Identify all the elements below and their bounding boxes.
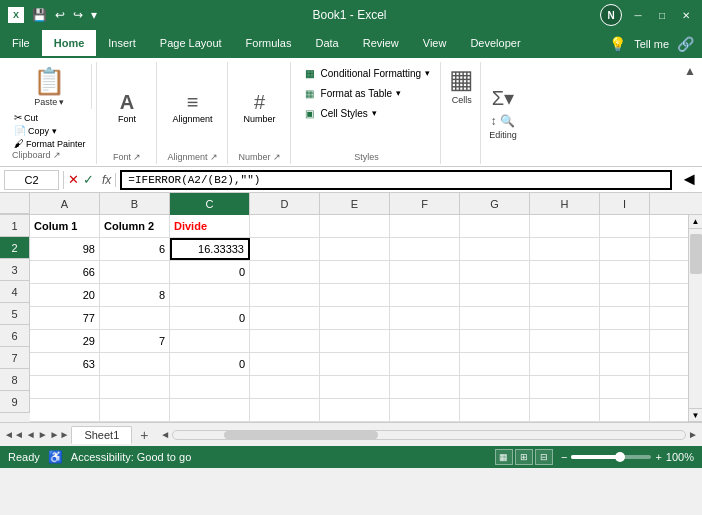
- sheet-scroll-right[interactable]: ►: [38, 429, 48, 440]
- sheet-scroll-right2[interactable]: ►►: [50, 429, 70, 440]
- cell-a7[interactable]: 63: [30, 353, 100, 375]
- cell-b3[interactable]: [100, 261, 170, 283]
- cell-i6[interactable]: [600, 330, 650, 352]
- more-quick-btn[interactable]: ▾: [89, 6, 99, 24]
- scroll-up-arrow[interactable]: ▲: [689, 215, 702, 229]
- cell-d4[interactable]: [250, 284, 320, 306]
- tab-insert[interactable]: Insert: [96, 30, 148, 58]
- col-header-f[interactable]: F: [390, 193, 460, 215]
- col-header-h[interactable]: H: [530, 193, 600, 215]
- sheet-scroll-left[interactable]: ◄◄: [4, 429, 24, 440]
- cell-d9[interactable]: [250, 399, 320, 421]
- cell-b2[interactable]: 6: [100, 238, 170, 260]
- cell-e3[interactable]: [320, 261, 390, 283]
- col-header-a[interactable]: A: [30, 193, 100, 215]
- cell-i9[interactable]: [600, 399, 650, 421]
- col-header-d[interactable]: D: [250, 193, 320, 215]
- close-button[interactable]: ✕: [678, 7, 694, 23]
- fx-label[interactable]: fx: [98, 173, 116, 187]
- cell-i1[interactable]: [600, 215, 650, 237]
- tab-formulas[interactable]: Formulas: [234, 30, 304, 58]
- cell-a3[interactable]: 66: [30, 261, 100, 283]
- page-layout-view-btn[interactable]: ⊞: [515, 449, 533, 465]
- cell-f8[interactable]: [390, 376, 460, 398]
- cell-f6[interactable]: [390, 330, 460, 352]
- cell-i4[interactable]: [600, 284, 650, 306]
- cell-b5[interactable]: [100, 307, 170, 329]
- cell-a5[interactable]: 77: [30, 307, 100, 329]
- maximize-button[interactable]: □: [654, 7, 670, 23]
- cell-a9[interactable]: [30, 399, 100, 421]
- cell-a2[interactable]: 98: [30, 238, 100, 260]
- cell-d2[interactable]: [250, 238, 320, 260]
- tab-page-layout[interactable]: Page Layout: [148, 30, 234, 58]
- tab-view[interactable]: View: [411, 30, 459, 58]
- cell-c1[interactable]: Divide: [170, 215, 250, 237]
- row-header-7[interactable]: 7: [0, 347, 30, 369]
- row-header-2[interactable]: 2: [0, 237, 30, 259]
- cell-e9[interactable]: [320, 399, 390, 421]
- add-sheet-button[interactable]: +: [134, 426, 154, 444]
- cell-c8[interactable]: [170, 376, 250, 398]
- cell-h4[interactable]: [530, 284, 600, 306]
- cell-i2[interactable]: [600, 238, 650, 260]
- cell-h2[interactable]: [530, 238, 600, 260]
- cell-g8[interactable]: [460, 376, 530, 398]
- page-break-view-btn[interactable]: ⊟: [535, 449, 553, 465]
- cancel-formula-icon[interactable]: ✕: [68, 172, 79, 187]
- cell-h3[interactable]: [530, 261, 600, 283]
- cell-a1[interactable]: Colum 1: [30, 215, 100, 237]
- zoom-in-icon[interactable]: +: [655, 451, 661, 463]
- cell-g6[interactable]: [460, 330, 530, 352]
- cell-b8[interactable]: [100, 376, 170, 398]
- cell-f9[interactable]: [390, 399, 460, 421]
- row-header-8[interactable]: 8: [0, 369, 30, 391]
- tab-home[interactable]: Home: [42, 30, 97, 58]
- col-header-i[interactable]: I: [600, 193, 650, 215]
- undo-quick-btn[interactable]: ↩: [53, 6, 67, 24]
- cell-c3[interactable]: 0: [170, 261, 250, 283]
- cell-g5[interactable]: [460, 307, 530, 329]
- cell-h6[interactable]: [530, 330, 600, 352]
- sheet-tab-1[interactable]: Sheet1: [71, 426, 132, 444]
- cell-h8[interactable]: [530, 376, 600, 398]
- cell-i5[interactable]: [600, 307, 650, 329]
- scroll-thumb[interactable]: [690, 234, 702, 274]
- row-header-4[interactable]: 4: [0, 281, 30, 303]
- minimize-button[interactable]: ─: [630, 7, 646, 23]
- cell-e6[interactable]: [320, 330, 390, 352]
- cell-d3[interactable]: [250, 261, 320, 283]
- cell-g3[interactable]: [460, 261, 530, 283]
- zoom-handle[interactable]: [615, 452, 625, 462]
- cell-f4[interactable]: [390, 284, 460, 306]
- copy-button[interactable]: 📄Copy ▾: [12, 124, 88, 137]
- cell-i3[interactable]: [600, 261, 650, 283]
- sort-icon[interactable]: ↕: [490, 114, 496, 128]
- sheet-scroll-left2[interactable]: ◄: [26, 429, 36, 440]
- cell-g2[interactable]: [460, 238, 530, 260]
- font-button[interactable]: A Font: [105, 87, 150, 128]
- paste-button[interactable]: 📋 Paste▾: [8, 64, 92, 109]
- normal-view-btn[interactable]: ▦: [495, 449, 513, 465]
- cell-c7[interactable]: 0: [170, 353, 250, 375]
- cell-e1[interactable]: [320, 215, 390, 237]
- find-icon[interactable]: 🔍: [500, 114, 515, 128]
- sum-icon[interactable]: Σ▾: [492, 86, 514, 110]
- share-icon[interactable]: 🔗: [677, 36, 694, 52]
- cell-f5[interactable]: [390, 307, 460, 329]
- cell-c9[interactable]: [170, 399, 250, 421]
- col-header-g[interactable]: G: [460, 193, 530, 215]
- cell-c5[interactable]: 0: [170, 307, 250, 329]
- format-as-table-button[interactable]: ▦ Format as Table ▾: [299, 84, 435, 102]
- formula-input[interactable]: =IFERROR(A2/(B2),""): [120, 170, 672, 190]
- vertical-scrollbar[interactable]: ▲ ▼: [688, 215, 702, 422]
- number-button[interactable]: # Number: [236, 87, 284, 128]
- cell-e2[interactable]: [320, 238, 390, 260]
- cell-b9[interactable]: [100, 399, 170, 421]
- tab-data[interactable]: Data: [303, 30, 350, 58]
- col-header-e[interactable]: E: [320, 193, 390, 215]
- zoom-track[interactable]: [571, 455, 651, 459]
- cell-g4[interactable]: [460, 284, 530, 306]
- cell-a6[interactable]: 29: [30, 330, 100, 352]
- tab-file[interactable]: File: [0, 30, 42, 58]
